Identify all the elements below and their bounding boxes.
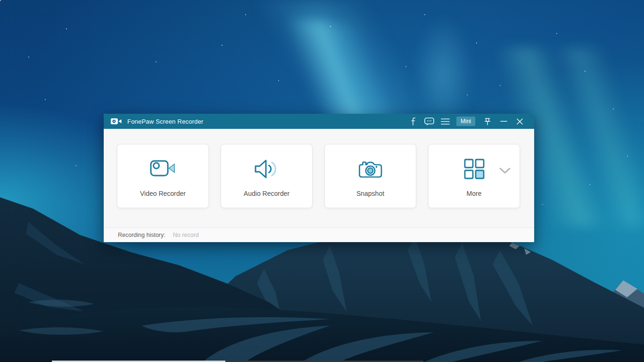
video-camera-icon	[150, 148, 176, 190]
card-label: Audio Recorder	[244, 190, 289, 197]
snapshot-card[interactable]: Snapshot	[324, 144, 416, 208]
card-label: Video Recorder	[140, 190, 186, 197]
speaker-icon	[253, 148, 281, 190]
close-icon[interactable]	[512, 115, 528, 128]
app-logo-icon	[110, 117, 122, 126]
app-window: FonePaw Screen Recorder Mini	[104, 114, 534, 242]
window-title: FonePaw Screen Recorder	[127, 118, 203, 125]
recording-history-label: Recording history:	[118, 232, 165, 238]
main-content: Video Recorder Audio Recorder	[104, 129, 534, 227]
card-label: Snapshot	[356, 190, 384, 197]
menu-icon[interactable]	[438, 115, 454, 128]
audio-recorder-card[interactable]: Audio Recorder	[221, 144, 313, 208]
camera-icon	[357, 148, 384, 190]
grid-icon	[464, 148, 485, 190]
footer-bar: Recording history: No record	[104, 227, 534, 242]
recording-history-value[interactable]: No record	[173, 232, 199, 238]
chevron-down-icon[interactable]	[499, 167, 511, 177]
facebook-icon[interactable]	[405, 115, 421, 128]
more-card[interactable]: More	[428, 144, 520, 208]
mini-mode-button[interactable]: Mini	[456, 117, 475, 126]
minimize-icon[interactable]	[495, 115, 512, 128]
titlebar[interactable]: FonePaw Screen Recorder Mini	[104, 114, 534, 129]
feedback-bubble-icon[interactable]	[421, 115, 438, 128]
pin-icon[interactable]	[479, 115, 495, 128]
video-recorder-card[interactable]: Video Recorder	[117, 144, 209, 208]
card-label: More	[467, 190, 482, 197]
